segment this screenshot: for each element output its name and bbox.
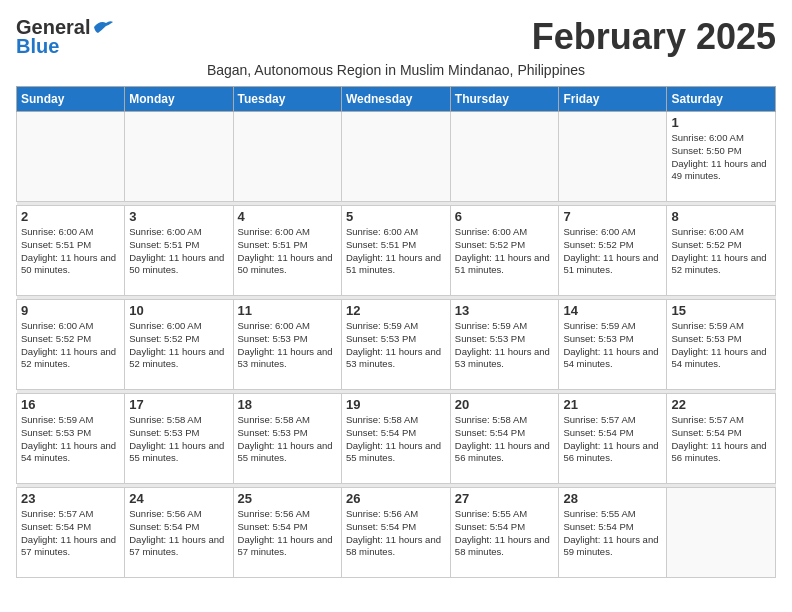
- calendar-cell: [559, 112, 667, 202]
- day-info: Sunrise: 6:00 AM Sunset: 5:52 PM Dayligh…: [21, 320, 120, 371]
- day-info: Sunrise: 5:57 AM Sunset: 5:54 PM Dayligh…: [563, 414, 662, 465]
- day-number: 2: [21, 209, 120, 224]
- day-number: 3: [129, 209, 228, 224]
- calendar-cell: 26Sunrise: 5:56 AM Sunset: 5:54 PM Dayli…: [341, 488, 450, 578]
- col-header-thursday: Thursday: [450, 87, 559, 112]
- day-info: Sunrise: 5:59 AM Sunset: 5:53 PM Dayligh…: [671, 320, 771, 371]
- day-number: 8: [671, 209, 771, 224]
- calendar-cell: 8Sunrise: 6:00 AM Sunset: 5:52 PM Daylig…: [667, 206, 776, 296]
- calendar-cell: 11Sunrise: 6:00 AM Sunset: 5:53 PM Dayli…: [233, 300, 341, 390]
- day-info: Sunrise: 5:59 AM Sunset: 5:53 PM Dayligh…: [563, 320, 662, 371]
- calendar-cell: 17Sunrise: 5:58 AM Sunset: 5:53 PM Dayli…: [125, 394, 233, 484]
- day-number: 12: [346, 303, 446, 318]
- calendar-table: SundayMondayTuesdayWednesdayThursdayFrid…: [16, 86, 776, 578]
- day-number: 13: [455, 303, 555, 318]
- calendar-cell: [667, 488, 776, 578]
- calendar-cell: 6Sunrise: 6:00 AM Sunset: 5:52 PM Daylig…: [450, 206, 559, 296]
- calendar-week-row: 1Sunrise: 6:00 AM Sunset: 5:50 PM Daylig…: [17, 112, 776, 202]
- day-number: 19: [346, 397, 446, 412]
- day-info: Sunrise: 5:56 AM Sunset: 5:54 PM Dayligh…: [238, 508, 337, 559]
- day-info: Sunrise: 5:59 AM Sunset: 5:53 PM Dayligh…: [346, 320, 446, 371]
- day-info: Sunrise: 5:59 AM Sunset: 5:53 PM Dayligh…: [455, 320, 555, 371]
- day-number: 6: [455, 209, 555, 224]
- day-number: 5: [346, 209, 446, 224]
- day-number: 18: [238, 397, 337, 412]
- day-number: 14: [563, 303, 662, 318]
- calendar-week-row: 9Sunrise: 6:00 AM Sunset: 5:52 PM Daylig…: [17, 300, 776, 390]
- day-info: Sunrise: 6:00 AM Sunset: 5:52 PM Dayligh…: [563, 226, 662, 277]
- month-title: February 2025: [532, 16, 776, 58]
- day-number: 20: [455, 397, 555, 412]
- calendar-cell: 22Sunrise: 5:57 AM Sunset: 5:54 PM Dayli…: [667, 394, 776, 484]
- col-header-tuesday: Tuesday: [233, 87, 341, 112]
- calendar-cell: 28Sunrise: 5:55 AM Sunset: 5:54 PM Dayli…: [559, 488, 667, 578]
- calendar-cell: 18Sunrise: 5:58 AM Sunset: 5:53 PM Dayli…: [233, 394, 341, 484]
- calendar-cell: 16Sunrise: 5:59 AM Sunset: 5:53 PM Dayli…: [17, 394, 125, 484]
- day-number: 26: [346, 491, 446, 506]
- calendar-cell: 9Sunrise: 6:00 AM Sunset: 5:52 PM Daylig…: [17, 300, 125, 390]
- day-info: Sunrise: 6:00 AM Sunset: 5:51 PM Dayligh…: [21, 226, 120, 277]
- day-info: Sunrise: 6:00 AM Sunset: 5:51 PM Dayligh…: [346, 226, 446, 277]
- calendar-cell: 14Sunrise: 5:59 AM Sunset: 5:53 PM Dayli…: [559, 300, 667, 390]
- logo: General Blue: [16, 16, 114, 58]
- day-info: Sunrise: 5:58 AM Sunset: 5:54 PM Dayligh…: [455, 414, 555, 465]
- day-info: Sunrise: 5:59 AM Sunset: 5:53 PM Dayligh…: [21, 414, 120, 465]
- day-number: 7: [563, 209, 662, 224]
- page-header: General Blue February 2025: [16, 16, 776, 58]
- day-number: 9: [21, 303, 120, 318]
- day-info: Sunrise: 6:00 AM Sunset: 5:53 PM Dayligh…: [238, 320, 337, 371]
- day-number: 21: [563, 397, 662, 412]
- day-info: Sunrise: 5:56 AM Sunset: 5:54 PM Dayligh…: [346, 508, 446, 559]
- day-number: 11: [238, 303, 337, 318]
- calendar-cell: 12Sunrise: 5:59 AM Sunset: 5:53 PM Dayli…: [341, 300, 450, 390]
- calendar-cell: 2Sunrise: 6:00 AM Sunset: 5:51 PM Daylig…: [17, 206, 125, 296]
- col-header-monday: Monday: [125, 87, 233, 112]
- calendar-cell: [125, 112, 233, 202]
- day-number: 27: [455, 491, 555, 506]
- day-number: 24: [129, 491, 228, 506]
- page-subtitle: Bagan, Autonomous Region in Muslim Minda…: [16, 62, 776, 78]
- calendar-week-row: 2Sunrise: 6:00 AM Sunset: 5:51 PM Daylig…: [17, 206, 776, 296]
- col-header-friday: Friday: [559, 87, 667, 112]
- calendar-cell: [233, 112, 341, 202]
- col-header-saturday: Saturday: [667, 87, 776, 112]
- day-number: 16: [21, 397, 120, 412]
- day-info: Sunrise: 6:00 AM Sunset: 5:51 PM Dayligh…: [129, 226, 228, 277]
- day-info: Sunrise: 5:55 AM Sunset: 5:54 PM Dayligh…: [563, 508, 662, 559]
- calendar-cell: 7Sunrise: 6:00 AM Sunset: 5:52 PM Daylig…: [559, 206, 667, 296]
- day-info: Sunrise: 6:00 AM Sunset: 5:52 PM Dayligh…: [671, 226, 771, 277]
- logo-blue: Blue: [16, 35, 59, 58]
- day-number: 23: [21, 491, 120, 506]
- calendar-cell: 4Sunrise: 6:00 AM Sunset: 5:51 PM Daylig…: [233, 206, 341, 296]
- calendar-cell: 23Sunrise: 5:57 AM Sunset: 5:54 PM Dayli…: [17, 488, 125, 578]
- day-number: 22: [671, 397, 771, 412]
- col-header-sunday: Sunday: [17, 87, 125, 112]
- calendar-cell: [17, 112, 125, 202]
- calendar-cell: 1Sunrise: 6:00 AM Sunset: 5:50 PM Daylig…: [667, 112, 776, 202]
- day-info: Sunrise: 5:57 AM Sunset: 5:54 PM Dayligh…: [671, 414, 771, 465]
- calendar-cell: [450, 112, 559, 202]
- calendar-cell: [341, 112, 450, 202]
- day-info: Sunrise: 5:58 AM Sunset: 5:53 PM Dayligh…: [129, 414, 228, 465]
- day-info: Sunrise: 5:58 AM Sunset: 5:54 PM Dayligh…: [346, 414, 446, 465]
- calendar-cell: 10Sunrise: 6:00 AM Sunset: 5:52 PM Dayli…: [125, 300, 233, 390]
- calendar-cell: 3Sunrise: 6:00 AM Sunset: 5:51 PM Daylig…: [125, 206, 233, 296]
- calendar-week-row: 16Sunrise: 5:59 AM Sunset: 5:53 PM Dayli…: [17, 394, 776, 484]
- calendar-week-row: 23Sunrise: 5:57 AM Sunset: 5:54 PM Dayli…: [17, 488, 776, 578]
- day-info: Sunrise: 6:00 AM Sunset: 5:50 PM Dayligh…: [671, 132, 771, 183]
- day-number: 10: [129, 303, 228, 318]
- day-number: 4: [238, 209, 337, 224]
- calendar-header-row: SundayMondayTuesdayWednesdayThursdayFrid…: [17, 87, 776, 112]
- day-info: Sunrise: 5:58 AM Sunset: 5:53 PM Dayligh…: [238, 414, 337, 465]
- day-number: 15: [671, 303, 771, 318]
- calendar-cell: 25Sunrise: 5:56 AM Sunset: 5:54 PM Dayli…: [233, 488, 341, 578]
- calendar-cell: 20Sunrise: 5:58 AM Sunset: 5:54 PM Dayli…: [450, 394, 559, 484]
- calendar-cell: 19Sunrise: 5:58 AM Sunset: 5:54 PM Dayli…: [341, 394, 450, 484]
- calendar-cell: 15Sunrise: 5:59 AM Sunset: 5:53 PM Dayli…: [667, 300, 776, 390]
- day-info: Sunrise: 6:00 AM Sunset: 5:52 PM Dayligh…: [129, 320, 228, 371]
- day-info: Sunrise: 5:57 AM Sunset: 5:54 PM Dayligh…: [21, 508, 120, 559]
- calendar-cell: 5Sunrise: 6:00 AM Sunset: 5:51 PM Daylig…: [341, 206, 450, 296]
- calendar-cell: 27Sunrise: 5:55 AM Sunset: 5:54 PM Dayli…: [450, 488, 559, 578]
- day-number: 1: [671, 115, 771, 130]
- day-info: Sunrise: 6:00 AM Sunset: 5:51 PM Dayligh…: [238, 226, 337, 277]
